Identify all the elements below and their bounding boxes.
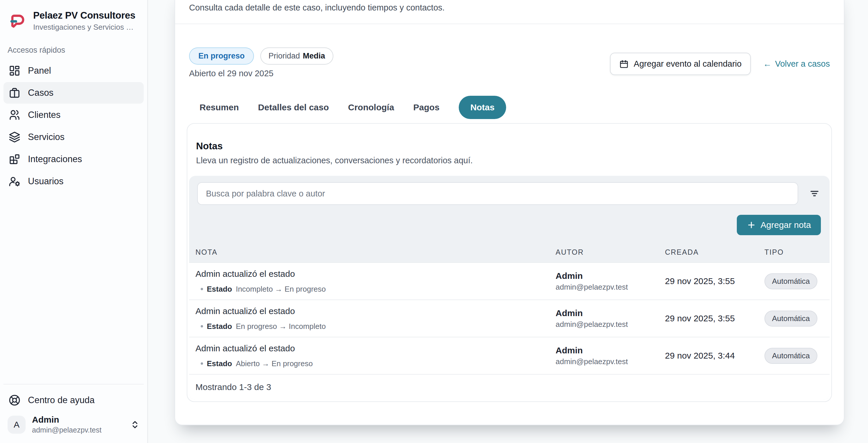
author-name: Admin — [556, 271, 665, 281]
author-name: Admin — [556, 308, 665, 318]
created-cell: 29 nov 2025, 3:55 — [665, 314, 765, 323]
tab-bar: Resumen Detalles del caso Cronología Pag… — [175, 95, 844, 120]
briefcase-icon — [9, 87, 20, 99]
column-autor: AUTOR — [556, 248, 665, 257]
table-row: Admin actualizó el estado Estado En prog… — [189, 299, 830, 337]
notes-toolbox: Agregar nota NOTA AUTOR CREADA TIPO A — [189, 176, 830, 400]
add-note-button[interactable]: Agregar nota — [737, 215, 821, 235]
badge-row: En progreso Prioridad Media — [189, 48, 333, 65]
sidebar-item-clientes[interactable]: Clientes — [3, 104, 144, 126]
bullet-dot — [201, 362, 203, 365]
sidebar-item-label: Servicios — [28, 132, 65, 142]
tab-resumen[interactable]: Resumen — [199, 102, 239, 112]
user-email: admin@pelaezpv.test — [32, 426, 101, 434]
author-name: Admin — [556, 346, 665, 355]
back-to-cases-link[interactable]: ← Volver a casos — [763, 59, 830, 69]
type-cell: Automática — [765, 273, 823, 289]
bullet-dot — [201, 288, 203, 290]
brand-tagline: Investigaciones y Servicios … — [33, 23, 135, 32]
case-description: Consulta cada detalle de este caso, incl… — [175, 0, 844, 24]
case-header-right: Agregar evento al calendario ← Volver a … — [610, 53, 830, 75]
sidebar-item-usuarios[interactable]: Usuarios — [3, 171, 144, 192]
author-email: admin@pelaezpv.test — [556, 320, 665, 329]
type-badge: Automática — [765, 348, 817, 364]
chevrons-up-down-icon — [130, 420, 140, 429]
help-center-item[interactable]: Centro de ayuda — [4, 391, 143, 410]
user-info: Admin admin@pelaezpv.test — [32, 415, 101, 434]
case-card: Consulta cada detalle de este caso, incl… — [175, 0, 844, 425]
layers-icon — [9, 131, 20, 143]
created-cell: 29 nov 2025, 3:55 — [665, 276, 765, 286]
column-tipo: TIPO — [765, 248, 823, 257]
note-title: Admin actualizó el estado — [195, 344, 556, 353]
sidebar-item-servicios[interactable]: Servicios — [3, 126, 144, 148]
note-detail-label: Estado — [207, 322, 232, 331]
arrow-left-icon: ← — [763, 59, 771, 69]
note-cell: Admin actualizó el estado Estado Incompl… — [195, 269, 556, 294]
brand-text: Pelaez PV Consultores Investigaciones y … — [33, 10, 135, 32]
user-name: Admin — [32, 415, 101, 425]
tab-pagos[interactable]: Pagos — [413, 102, 439, 112]
blocks-icon — [9, 153, 20, 165]
add-note-label: Agregar nota — [761, 220, 811, 230]
case-header: En progreso Prioridad Media Abierto el 2… — [175, 24, 844, 78]
notes-title: Notas — [189, 141, 830, 152]
note-cell: Admin actualizó el estado Estado Abierto… — [195, 344, 556, 368]
notes-subtitle: Lleva un registro de actualizaciones, co… — [189, 156, 830, 165]
table-row: Admin actualizó el estado Estado Abierto… — [189, 337, 830, 374]
sidebar-item-panel[interactable]: Panel — [3, 60, 144, 82]
user-menu[interactable]: A Admin admin@pelaezpv.test — [4, 410, 143, 436]
note-detail-value: Incompleto → En progreso — [236, 285, 326, 294]
add-calendar-event-button[interactable]: Agregar evento al calendario — [610, 53, 751, 75]
search-input[interactable] — [197, 182, 798, 205]
table-header: NOTA AUTOR CREADA TIPO — [189, 248, 830, 262]
sidebar-section-label: Accesos rápidos — [7, 46, 140, 55]
brand: Pelaez PV Consultores Investigaciones y … — [3, 0, 144, 35]
note-detail: Estado En progreso → Incompleto — [201, 322, 556, 331]
brand-name: Pelaez PV Consultores — [33, 10, 135, 21]
sidebar-item-label: Integraciones — [28, 154, 82, 165]
notes-table: NOTA AUTOR CREADA TIPO Admin actualizó e… — [189, 248, 830, 400]
case-header-left: En progreso Prioridad Media Abierto el 2… — [189, 48, 333, 78]
user-cog-icon — [9, 176, 20, 187]
sidebar-footer: Centro de ayuda A Admin admin@pelaezpv.t… — [3, 384, 144, 443]
author-email: admin@pelaezpv.test — [556, 283, 665, 292]
tab-notas[interactable]: Notas — [459, 96, 506, 119]
note-detail-label: Estado — [207, 285, 232, 294]
filter-lines-icon — [809, 188, 820, 199]
company-logo-icon — [7, 11, 27, 31]
filter-button[interactable] — [804, 183, 825, 204]
sidebar-item-casos[interactable]: Casos — [3, 82, 144, 104]
note-detail: Estado Incompleto → En progreso — [201, 285, 556, 294]
tab-detalles-del-caso[interactable]: Detalles del caso — [258, 102, 329, 112]
note-detail: Estado Abierto → En progreso — [201, 359, 556, 368]
column-nota: NOTA — [195, 248, 556, 257]
add-note-row: Agregar nota — [189, 205, 830, 235]
priority-label: Prioridad — [269, 52, 300, 61]
back-to-cases-label: Volver a casos — [775, 59, 830, 69]
sidebar-item-label: Casos — [28, 88, 54, 98]
sidebar-item-label: Usuarios — [28, 176, 63, 186]
plus-icon — [747, 220, 756, 230]
dashboard-icon — [9, 65, 20, 77]
note-detail-value: Abierto → En progreso — [236, 359, 313, 368]
tab-cronologia[interactable]: Cronología — [348, 102, 394, 112]
life-buoy-icon — [9, 394, 20, 406]
sidebar-nav: Panel Casos Clientes Servicios Integraci… — [3, 60, 144, 193]
type-cell: Automática — [765, 348, 823, 364]
type-badge: Automática — [765, 273, 817, 289]
sidebar-item-integraciones[interactable]: Integraciones — [3, 148, 144, 170]
main-content: Consulta cada detalle de este caso, incl… — [148, 0, 868, 443]
users-icon — [9, 109, 20, 121]
status-badge: En progreso — [189, 48, 254, 65]
app-root: Pelaez PV Consultores Investigaciones y … — [0, 0, 868, 443]
note-title: Admin actualizó el estado — [195, 269, 556, 279]
sidebar-item-label: Panel — [28, 65, 51, 76]
notes-panel: Notas Lleva un registro de actualizacion… — [187, 123, 832, 402]
calendar-icon — [619, 59, 629, 69]
priority-badge: Prioridad Media — [260, 48, 333, 65]
author-cell: Admin admin@pelaezpv.test — [556, 346, 665, 366]
sidebar-item-label: Clientes — [28, 110, 61, 120]
notes-toolbar — [189, 176, 830, 205]
author-cell: Admin admin@pelaezpv.test — [556, 308, 665, 329]
